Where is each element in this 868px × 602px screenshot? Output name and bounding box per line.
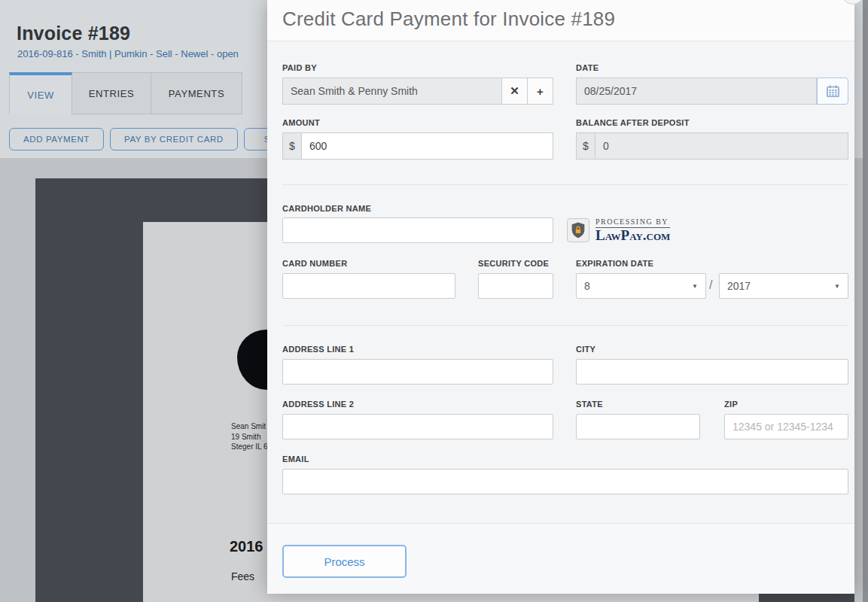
- expiration-date-label: EXPIRATION DATE: [576, 259, 653, 268]
- lawpay-shield-lock-icon: [567, 218, 589, 242]
- amount-input-cell: [302, 132, 553, 160]
- balance-label: BALANCE AFTER DEPOSIT: [576, 118, 690, 127]
- invoice-address-block: Sean Smit 19 Smith Steger IL 6: [231, 421, 267, 452]
- security-code-input[interactable]: [478, 273, 553, 299]
- zip-input[interactable]: [724, 414, 848, 439]
- tab-entries-label: ENTRIES: [89, 88, 135, 99]
- city-label: CITY: [576, 345, 595, 354]
- tab-view-label: VIEW: [27, 90, 54, 101]
- card-number-label: CARD NUMBER: [282, 259, 347, 268]
- zip-label: ZIP: [724, 400, 738, 409]
- caret-down-icon: ▼: [834, 283, 840, 290]
- paid-by-clear-button[interactable]: ✕: [502, 78, 528, 105]
- processing-by-text: PROCESSING BY: [595, 217, 670, 228]
- balance-currency-prefix: $: [576, 132, 595, 160]
- state-input[interactable]: [576, 414, 700, 439]
- app-screen: Invoice #189 2016-09-816 - Smith | Pumki…: [0, 0, 868, 602]
- amount-input[interactable]: [309, 133, 545, 159]
- fees-section-label: Fees: [231, 570, 254, 582]
- cardholder-name-input[interactable]: [282, 217, 553, 243]
- amount-group: $: [282, 132, 553, 160]
- amount-currency-prefix: $: [282, 132, 302, 160]
- tab-view[interactable]: VIEW: [9, 72, 72, 114]
- modal-title: Credit Card Payment for Invoice #189: [282, 8, 615, 31]
- page-title: Invoice #189: [17, 23, 130, 44]
- invoice-number-heading: 2016: [230, 538, 267, 555]
- cardholder-name-label: CARDHOLDER NAME: [282, 204, 371, 213]
- section-divider: [282, 325, 848, 326]
- invoice-meta-link[interactable]: 2016-09-816 - Smith | Pumkin - Sell - Ne…: [17, 48, 239, 59]
- lawpay-branding: PROCESSING BY LawPay.com: [567, 217, 670, 243]
- invoice-tabbar: VIEW ENTRIES PAYMENTS: [9, 72, 242, 114]
- plus-icon: +: [537, 85, 544, 98]
- expiration-year-select[interactable]: 2017 ▼: [719, 273, 848, 299]
- expiration-separator: /: [709, 278, 712, 292]
- balance-value: 0: [595, 132, 848, 160]
- invoice-action-buttons: ADD PAYMENT PAY BY CREDIT CARD SEND: [9, 128, 310, 150]
- address-line2-input[interactable]: [282, 414, 553, 439]
- tab-entries[interactable]: ENTRIES: [72, 72, 151, 114]
- calendar-icon: [827, 85, 839, 97]
- state-label: STATE: [576, 400, 603, 409]
- pay-by-credit-card-button[interactable]: PAY BY CREDIT CARD: [110, 128, 238, 150]
- date-group: 08/25/2017: [576, 78, 848, 105]
- expiration-year-value: 2017: [727, 280, 751, 292]
- address-line2-label: ADDRESS LINE 2: [282, 400, 354, 409]
- address-line: Sean Smit: [231, 421, 267, 432]
- address-line: Steger IL 6: [231, 442, 267, 452]
- address-line1-label: ADDRESS LINE 1: [282, 345, 354, 354]
- balance-group: $ 0: [576, 132, 848, 160]
- city-input[interactable]: [576, 359, 848, 385]
- email-label: EMAIL: [282, 455, 309, 464]
- expiration-month-select[interactable]: 8 ▼: [576, 273, 706, 299]
- address-line: 19 Smith: [231, 432, 267, 442]
- expiration-month-value: 8: [584, 280, 590, 292]
- tab-payments[interactable]: PAYMENTS: [151, 72, 242, 114]
- modal-header: Credit Card Payment for Invoice #189: [267, 0, 854, 41]
- date-label: DATE: [576, 63, 598, 72]
- amount-label: AMOUNT: [282, 118, 320, 127]
- modal-footer: Process: [267, 523, 854, 594]
- lawpay-brand-text: LawPay.com: [595, 228, 670, 243]
- card-number-input[interactable]: [282, 273, 455, 299]
- process-button[interactable]: Process: [282, 545, 407, 578]
- date-value: 08/25/2017: [576, 78, 817, 105]
- security-code-label: SECURITY CODE: [478, 259, 549, 268]
- paid-by-add-button[interactable]: +: [528, 78, 553, 105]
- address-line1-input[interactable]: [282, 359, 553, 385]
- credit-card-payment-modal: Credit Card Payment for Invoice #189 PAI…: [267, 0, 854, 594]
- section-divider: [282, 184, 848, 185]
- tab-payments-label: PAYMENTS: [169, 88, 224, 99]
- caret-down-icon: ▼: [692, 283, 698, 290]
- page-scrollbar[interactable]: [863, 0, 868, 602]
- clear-x-icon: ✕: [510, 84, 519, 98]
- paid-by-label: PAID BY: [282, 63, 317, 72]
- paid-by-group: Sean Smith & Penny Smith ✕ +: [282, 78, 553, 105]
- date-picker-button[interactable]: [817, 78, 848, 105]
- add-payment-button[interactable]: ADD PAYMENT: [9, 128, 104, 150]
- email-input[interactable]: [282, 469, 848, 494]
- paid-by-value: Sean Smith & Penny Smith: [282, 78, 502, 105]
